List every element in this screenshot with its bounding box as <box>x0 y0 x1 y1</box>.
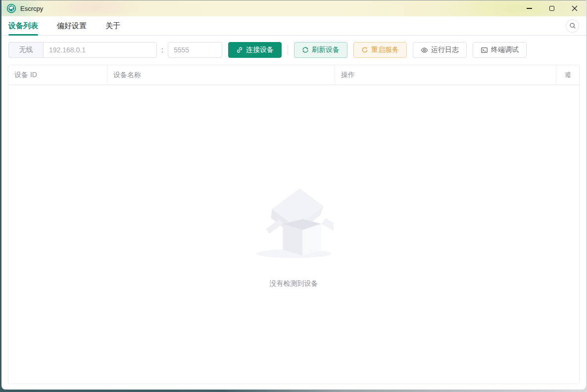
device-table: 设备 ID 设备名称 操作 <box>8 65 580 384</box>
window-title: Escrcpy <box>20 5 43 12</box>
refresh-right-icon <box>361 46 368 53</box>
maximize-icon <box>549 6 554 11</box>
column-settings-button[interactable] <box>556 65 579 85</box>
port-input[interactable] <box>168 42 222 58</box>
terminal-debug-label: 终端调试 <box>491 45 519 54</box>
maximize-button[interactable] <box>540 0 563 16</box>
minimize-button[interactable] <box>518 0 540 16</box>
run-logs-button[interactable]: 运行日志 <box>413 42 467 58</box>
tab-device-list[interactable]: 设备列表 <box>8 16 38 35</box>
refresh-icon <box>302 46 309 53</box>
empty-state-text: 没有检测到设备 <box>270 279 318 288</box>
column-header-device-name: 设备名称 <box>107 65 335 85</box>
connect-device-label: 连接设备 <box>246 45 274 54</box>
refresh-devices-label: 刷新设备 <box>312 45 340 54</box>
eye-icon <box>421 46 428 54</box>
tab-preferences[interactable]: 偏好设置 <box>57 16 87 35</box>
link-icon <box>236 46 243 53</box>
tab-preferences-label: 偏好设置 <box>57 21 87 31</box>
empty-box-illustration <box>254 180 334 260</box>
toolbar-divider <box>288 45 288 55</box>
device-table-body: 没有检测到设备 <box>8 85 579 384</box>
column-header-device-id: 设备 ID <box>8 65 107 85</box>
tab-bar: 设备列表 偏好设置 关于 <box>1 16 586 36</box>
device-table-header: 设备 ID 设备名称 操作 <box>8 65 579 85</box>
column-header-operations: 操作 <box>335 65 556 85</box>
port-separator: : <box>161 46 163 54</box>
restart-service-label: 重启服务 <box>371 45 399 54</box>
tab-about-label: 关于 <box>105 21 120 31</box>
ip-address-input[interactable] <box>43 42 157 58</box>
terminal-debug-button[interactable]: 终端调试 <box>473 42 527 58</box>
title-bar: Escrcpy <box>1 0 586 16</box>
refresh-devices-button[interactable]: 刷新设备 <box>294 42 347 58</box>
tab-device-list-label: 设备列表 <box>8 21 38 31</box>
search-button[interactable] <box>566 19 579 33</box>
run-logs-label: 运行日志 <box>431 45 459 54</box>
minimize-icon <box>527 8 532 8</box>
wireless-label: 无线 <box>8 42 43 58</box>
app-window: Escrcpy 设备列表 偏好设置 关于 <box>1 0 586 390</box>
window-controls <box>518 0 586 16</box>
wireless-address-group: 无线 <box>8 42 157 58</box>
app-logo-icon <box>6 3 16 13</box>
restart-service-button[interactable]: 重启服务 <box>353 42 407 58</box>
close-icon <box>572 5 578 11</box>
sliders-icon <box>564 71 572 79</box>
connect-device-button[interactable]: 连接设备 <box>228 42 282 58</box>
search-icon <box>569 22 576 29</box>
tab-about[interactable]: 关于 <box>105 16 120 35</box>
device-toolbar: 无线 : 连接设备 刷新设备 <box>1 36 586 58</box>
close-button[interactable] <box>563 0 586 16</box>
terminal-icon <box>481 46 488 54</box>
